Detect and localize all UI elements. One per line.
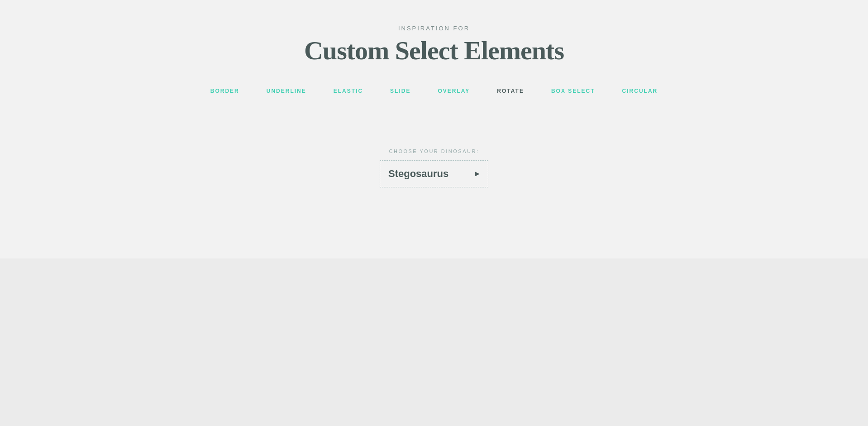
nav-item-elastic[interactable]: ELASTIC: [334, 88, 363, 94]
nav-item-slide[interactable]: SLIDE: [390, 88, 410, 94]
dinosaur-select[interactable]: Stegosaurus ▶: [380, 160, 488, 187]
nav-item-circular[interactable]: CIRCULAR: [622, 88, 658, 94]
nav-item-underline[interactable]: UNDERLINE: [267, 88, 306, 94]
content-section: CHOOSE YOUR DINOSAUR: Stegosaurus ▶: [380, 148, 488, 187]
page-wrapper: INSPIRATION FOR Custom Select Elements B…: [0, 0, 868, 426]
nav-item-rotate[interactable]: ROTATE: [497, 88, 524, 94]
nav-item-box-select[interactable]: BOX SELECT: [551, 88, 595, 94]
select-value: Stegosaurus: [388, 168, 448, 180]
header-section: INSPIRATION FOR Custom Select Elements: [304, 25, 564, 65]
nav-section: BORDER UNDERLINE ELASTIC SLIDE OVERLAY R…: [210, 88, 658, 94]
nav-item-border[interactable]: BORDER: [210, 88, 239, 94]
nav-item-overlay[interactable]: OVERLAY: [438, 88, 470, 94]
choose-label: CHOOSE YOUR DINOSAUR:: [389, 148, 479, 154]
lower-section: [0, 258, 868, 426]
select-arrow-icon: ▶: [475, 170, 480, 177]
page-title: Custom Select Elements: [304, 36, 564, 65]
page-subtitle: INSPIRATION FOR: [304, 25, 564, 32]
